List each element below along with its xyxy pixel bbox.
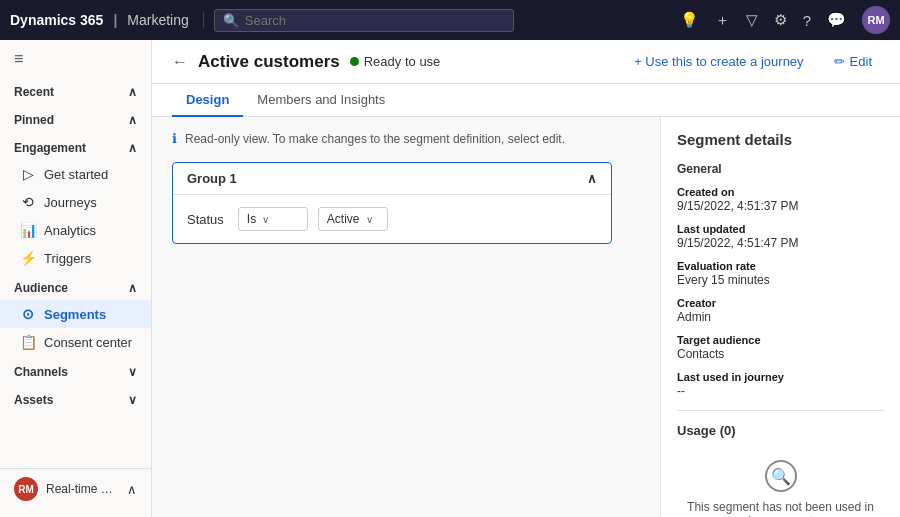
- value-chevron-icon: ∨: [366, 214, 373, 225]
- chevron-up-icon: ∧: [128, 141, 137, 155]
- evaluation-rate-value: Every 15 minutes: [677, 273, 884, 287]
- sidebar-item-segments[interactable]: ⊙ Segments: [0, 300, 151, 328]
- usage-empty: 🔍 This segment has not been used in jour…: [677, 448, 884, 517]
- tabs: Design Members and Insights: [152, 84, 900, 117]
- app-brand: Dynamics 365 | Marketing: [10, 12, 204, 28]
- help-icon[interactable]: ?: [803, 12, 811, 29]
- detail-last-updated: Last updated 9/15/2022, 4:51:47 PM: [677, 223, 884, 250]
- workspace-avatar: RM: [14, 477, 38, 501]
- sidebar-group-assets[interactable]: Assets ∨: [0, 388, 151, 412]
- filter-icon[interactable]: ▽: [746, 11, 758, 29]
- tab-design[interactable]: Design: [172, 84, 243, 117]
- created-on-value: 9/15/2022, 4:51:37 PM: [677, 199, 884, 213]
- status-dot-icon: [350, 57, 359, 66]
- sidebar-group-recent[interactable]: Recent ∧: [0, 80, 151, 104]
- sidebar-section-pinned: Pinned ∧: [0, 106, 151, 134]
- create-journey-label: + Use this to create a journey: [634, 54, 803, 69]
- detail-created-on: Created on 9/15/2022, 4:51:37 PM: [677, 186, 884, 213]
- page-header-actions: + Use this to create a journey ✏ Edit: [626, 50, 880, 73]
- page-header: ← Active customers Ready to use + Use th…: [152, 40, 900, 84]
- play-icon: ▷: [20, 166, 36, 182]
- workspace-label: Real-time marketi...: [46, 482, 119, 496]
- chevron-up-icon: ∧: [128, 281, 137, 295]
- right-panel: Segment details General Created on 9/15/…: [660, 117, 900, 517]
- edit-button[interactable]: ✏ Edit: [826, 50, 880, 73]
- last-used-value: --: [677, 384, 884, 398]
- plus-icon[interactable]: ＋: [715, 11, 730, 30]
- operator-select[interactable]: Is ∨: [238, 207, 308, 231]
- brand-name: Dynamics 365: [10, 12, 103, 28]
- sidebar-section-recent: Recent ∧: [0, 78, 151, 106]
- chevron-down-icon: ∨: [128, 393, 137, 407]
- collapse-icon[interactable]: ∧: [587, 171, 597, 186]
- general-section-title: General: [677, 162, 884, 176]
- sidebar-section-audience: Audience ∧ ⊙ Segments 📋 Consent center: [0, 274, 151, 358]
- status-badge: Ready to use: [350, 54, 441, 69]
- edit-label: Edit: [850, 54, 872, 69]
- usage-heading: Usage (0): [677, 423, 884, 438]
- sidebar-section-engagement: Engagement ∧ ▷ Get started ⟲ Journeys 📊 …: [0, 134, 151, 274]
- created-on-label: Created on: [677, 186, 884, 198]
- sidebar-bottom[interactable]: RM Real-time marketi... ∧: [0, 468, 151, 509]
- group-box: Group 1 ∧ Status Is ∨ Active ∨: [172, 162, 612, 244]
- edit-pencil-icon: ✏: [834, 54, 845, 69]
- back-button[interactable]: ←: [172, 53, 188, 71]
- status-label: Status: [187, 212, 224, 227]
- chat-icon[interactable]: 💬: [827, 11, 846, 29]
- analytics-icon: 📊: [20, 222, 36, 238]
- settings-icon[interactable]: ⚙: [774, 11, 787, 29]
- status-text: Ready to use: [364, 54, 441, 69]
- trigger-icon: ⚡: [20, 250, 36, 266]
- sidebar-group-audience[interactable]: Audience ∧: [0, 276, 151, 300]
- search-box[interactable]: 🔍: [214, 9, 514, 32]
- creator-label: Creator: [677, 297, 884, 309]
- detail-evaluation-rate: Evaluation rate Every 15 minutes: [677, 260, 884, 287]
- sidebar-group-pinned[interactable]: Pinned ∧: [0, 108, 151, 132]
- group-header: Group 1 ∧: [173, 163, 611, 195]
- chevron-down-icon: ∨: [128, 365, 137, 379]
- value-text: Active: [327, 212, 360, 226]
- create-journey-button[interactable]: + Use this to create a journey: [626, 50, 811, 73]
- group-body: Status Is ∨ Active ∨: [173, 195, 611, 243]
- sidebar-hamburger[interactable]: ≡: [0, 40, 151, 78]
- last-used-label: Last used in journey: [677, 371, 884, 383]
- sidebar-section-assets: Assets ∨: [0, 386, 151, 414]
- segments-icon: ⊙: [20, 306, 36, 322]
- sidebar-item-journeys[interactable]: ⟲ Journeys: [0, 188, 151, 216]
- sidebar-item-consent-center[interactable]: 📋 Consent center: [0, 328, 151, 356]
- last-updated-value: 9/15/2022, 4:51:47 PM: [677, 236, 884, 250]
- last-updated-label: Last updated: [677, 223, 884, 235]
- chevron-up-icon: ∧: [128, 113, 137, 127]
- details-divider: [677, 410, 884, 411]
- lightbulb-icon[interactable]: 💡: [680, 11, 699, 29]
- segment-details-heading: Segment details: [677, 131, 884, 148]
- info-message: Read-only view. To make changes to the s…: [185, 132, 565, 146]
- workspace-chevron-icon: ∧: [127, 482, 137, 497]
- top-nav-icons: 💡 ＋ ▽ ⚙ ? 💬 RM: [680, 6, 890, 34]
- sidebar-group-engagement[interactable]: Engagement ∧: [0, 136, 151, 160]
- group-title: Group 1: [187, 171, 237, 186]
- target-audience-value: Contacts: [677, 347, 884, 361]
- evaluation-rate-label: Evaluation rate: [677, 260, 884, 272]
- sidebar-item-triggers[interactable]: ⚡ Triggers: [0, 244, 151, 272]
- sidebar-group-channels[interactable]: Channels ∨: [0, 360, 151, 384]
- journey-icon: ⟲: [20, 194, 36, 210]
- search-input[interactable]: [245, 13, 505, 28]
- sidebar-item-analytics[interactable]: 📊 Analytics: [0, 216, 151, 244]
- module-name: Marketing: [127, 12, 188, 28]
- user-avatar[interactable]: RM: [862, 6, 890, 34]
- operator-chevron-icon: ∨: [262, 214, 269, 225]
- content-area: ← Active customers Ready to use + Use th…: [152, 40, 900, 517]
- sidebar-item-get-started[interactable]: ▷ Get started: [0, 160, 151, 188]
- sidebar-section-channels: Channels ∨: [0, 358, 151, 386]
- sidebar: ≡ Recent ∧ Pinned ∧ Engagement ∧ ▷ Get s…: [0, 40, 152, 517]
- value-select[interactable]: Active ∨: [318, 207, 388, 231]
- split-content: ℹ Read-only view. To make changes to the…: [152, 117, 900, 517]
- consent-icon: 📋: [20, 334, 36, 350]
- operator-value: Is: [247, 212, 256, 226]
- tab-members-insights[interactable]: Members and Insights: [243, 84, 399, 117]
- info-bar: ℹ Read-only view. To make changes to the…: [172, 131, 640, 146]
- detail-last-used: Last used in journey --: [677, 371, 884, 398]
- chevron-up-icon: ∧: [128, 85, 137, 99]
- info-icon: ℹ: [172, 131, 177, 146]
